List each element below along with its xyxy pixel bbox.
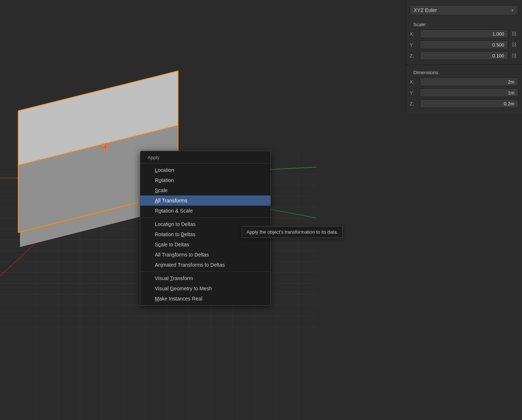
dim-x-row: X: 2m xyxy=(410,77,518,87)
menu-item-visual-transform[interactable]: Visual Transform xyxy=(140,273,270,283)
menu-item-rotation[interactable]: Rotation xyxy=(140,175,270,185)
scale-x-input[interactable]: 1.000 xyxy=(420,29,508,38)
tooltip-text: Apply the object's transformation to its… xyxy=(246,229,338,235)
scale-y-row: Y: 0.500 ⛓ xyxy=(410,40,518,50)
dimensions-label: Dimensions: xyxy=(410,68,518,77)
menu-item-make-instances-real[interactable]: Make Instances Real xyxy=(140,294,270,304)
menu-item-scale-deltas[interactable]: Scale to Deltas xyxy=(140,239,270,250)
dim-z-label: Z: xyxy=(410,101,420,106)
origin-marker xyxy=(101,143,110,152)
scale-y-label: Y: xyxy=(410,42,420,48)
scale-x-label: X: xyxy=(410,31,420,37)
scale-z-row: Z: 0.100 ⛓ xyxy=(410,51,518,61)
scale-section: Scale: X: 1.000 ⛓ Y: 0.500 ⛓ Z: 0.100 ⛓ xyxy=(406,18,522,63)
rotation-mode-dropdown[interactable]: XYZ Euler ▼ xyxy=(410,5,518,15)
menu-item-all-transforms-deltas[interactable]: All Transforms to Deltas xyxy=(140,250,270,260)
menu-separator-1 xyxy=(140,217,270,218)
tooltip: Apply the object's transformation to its… xyxy=(242,226,343,238)
scale-x-row: X: 1.000 ⛓ xyxy=(410,29,518,39)
menu-item-rotation-scale[interactable]: Rotation & Scale xyxy=(140,206,270,216)
dim-y-label: Y: xyxy=(410,90,420,96)
menu-item-visual-geometry-mesh[interactable]: Visual Geometry to Mesh xyxy=(140,283,270,294)
lock-z-icon[interactable]: ⛓ xyxy=(510,51,518,60)
properties-panel: XYZ Euler ▼ Scale: X: 1.000 ⛓ Y: 0.500 ⛓… xyxy=(406,0,522,114)
menu-title: Apply xyxy=(140,153,270,163)
menu-item-animated-transforms-deltas[interactable]: Animated Transforms to Deltas xyxy=(140,260,270,270)
dim-z-row: Z: 0.2m xyxy=(410,98,518,109)
menu-item-location[interactable]: Location xyxy=(140,165,270,175)
dimensions-section: Dimensions: X: 2m Y: 1m Z: 0.2m xyxy=(406,66,522,111)
menu-item-scale[interactable]: Scale xyxy=(140,185,270,195)
dim-y-row: Y: 1m xyxy=(410,88,518,98)
scale-label: Scale: xyxy=(410,20,518,29)
dim-x-input[interactable]: 2m xyxy=(420,77,518,86)
menu-item-all-transforms[interactable]: All Transforms xyxy=(140,195,270,206)
lock-y-icon[interactable]: ⛓ xyxy=(510,40,518,49)
rotation-mode-value: XYZ Euler xyxy=(414,7,437,13)
scale-z-input[interactable]: 0.100 xyxy=(420,51,508,60)
lock-x-icon[interactable]: ⛓ xyxy=(510,29,518,38)
dim-y-input[interactable]: 1m xyxy=(420,88,518,97)
dim-x-label: X: xyxy=(410,79,420,85)
scale-z-label: Z: xyxy=(410,53,420,58)
menu-separator-2 xyxy=(140,271,270,272)
scale-y-input[interactable]: 0.500 xyxy=(420,40,508,49)
dim-z-input[interactable]: 0.2m xyxy=(420,99,518,108)
divider xyxy=(406,64,522,65)
chevron-down-icon: ▼ xyxy=(511,8,514,12)
